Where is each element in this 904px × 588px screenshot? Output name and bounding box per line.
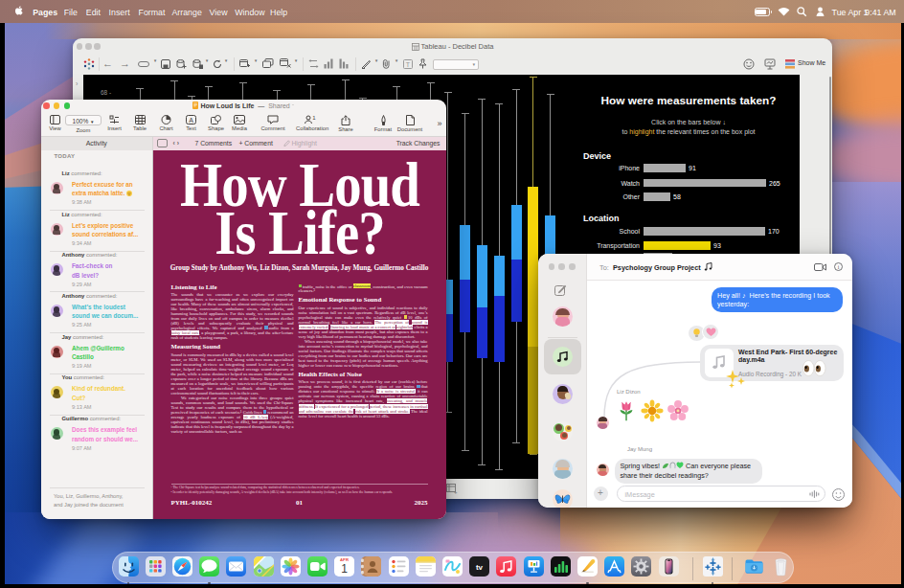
svg-text:T: T (406, 61, 411, 68)
svg-text:1: 1 (312, 115, 316, 121)
svg-text:i: i (838, 264, 840, 270)
svg-text:tv: tv (476, 563, 484, 572)
svg-text:1: 1 (341, 562, 348, 576)
svg-text:A: A (189, 116, 193, 123)
svg-text:+: + (454, 489, 458, 494)
